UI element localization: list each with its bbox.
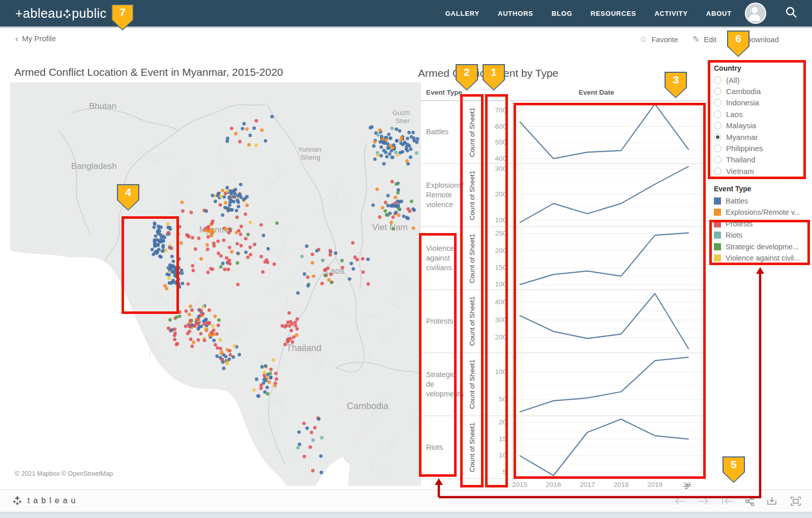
- country-option-malaysia[interactable]: Malaysia: [714, 121, 756, 131]
- event-dot-red: [191, 344, 194, 348]
- event-dot-red: [219, 254, 223, 257]
- country-option-all[interactable]: (All): [714, 75, 740, 85]
- share-icon[interactable]: [744, 495, 756, 507]
- event-dot-blue: [197, 315, 201, 319]
- legend-item-strategicdevelopme[interactable]: Strategic developme...: [714, 242, 799, 252]
- y-tick-label: 250: [486, 229, 506, 237]
- event-dot-blue: [204, 209, 208, 213]
- legend-item-riots[interactable]: Riots: [714, 230, 742, 240]
- event-dot-blue: [397, 204, 400, 207]
- tableau-public-logo[interactable]: +ableau public: [15, 6, 107, 21]
- event-dot-orange: [247, 143, 251, 147]
- radio-icon[interactable]: [714, 167, 721, 175]
- event-dot-red: [238, 140, 242, 143]
- edit-button[interactable]: ✎ Edit: [693, 34, 716, 45]
- avatar[interactable]: [745, 3, 766, 24]
- nav-item-activity[interactable]: ACTIVITY: [654, 10, 688, 17]
- event-dot-red: [219, 347, 222, 350]
- event-dot-blue: [230, 190, 233, 194]
- star-icon: ☆: [640, 34, 647, 45]
- line-series-3: [520, 294, 689, 349]
- event-dot-orange: [224, 201, 227, 205]
- favorite-button[interactable]: ☆ Favorite: [640, 34, 678, 45]
- event-dot-blue: [395, 128, 398, 131]
- legend-item-protests[interactable]: Protests: [714, 219, 753, 229]
- nav-item-resources[interactable]: RESOURCES: [591, 10, 637, 17]
- reset-icon[interactable]: [721, 495, 733, 507]
- event-dot-red: [190, 211, 193, 214]
- line-series-4: [520, 357, 689, 412]
- radio-icon[interactable]: [714, 76, 721, 84]
- country-option-cambodia[interactable]: Cambodia: [714, 86, 761, 96]
- nav-item-authors[interactable]: AUTHORS: [498, 10, 533, 17]
- legend-item-violenceagainstcivil[interactable]: Violence against civil...: [714, 253, 800, 263]
- country-option-indonesia[interactable]: Indonesia: [714, 98, 759, 108]
- event-dot-blue: [303, 272, 306, 276]
- nav-item-blog[interactable]: BLOG: [552, 10, 573, 17]
- event-dot-red: [384, 201, 387, 205]
- event-dot-yellow: [233, 344, 236, 348]
- radio-icon[interactable]: [714, 145, 721, 152]
- radio-icon[interactable]: [714, 122, 721, 129]
- event-dot-yellow: [263, 371, 266, 375]
- event-dot-blue: [317, 417, 321, 421]
- country-option-philippines[interactable]: Philippines: [714, 143, 763, 153]
- radio-icon[interactable]: [714, 88, 721, 95]
- event-dot-red: [255, 119, 258, 123]
- event-dot-red: [214, 343, 217, 347]
- radio-icon[interactable]: [714, 99, 721, 106]
- download-button[interactable]: Download: [734, 34, 779, 45]
- nav-item-gallery[interactable]: GALLERY: [445, 10, 479, 17]
- event-dot-yellow: [272, 358, 275, 362]
- search-icon[interactable]: [785, 6, 798, 21]
- fullscreen-icon[interactable]: [790, 495, 802, 507]
- event-dot-blue: [388, 136, 392, 140]
- event-dot-orange: [205, 328, 208, 331]
- event-dot-red: [187, 282, 190, 286]
- radio-icon[interactable]: [714, 110, 721, 118]
- event-dot-orange: [234, 132, 237, 135]
- event-dot-red: [275, 378, 279, 381]
- conflict-map[interactable]: BhutanGuizhSherYunnanShengBangladeshMyan…: [10, 82, 421, 486]
- event-dot-red: [302, 422, 306, 425]
- event-dot-orange: [212, 230, 215, 234]
- workbook-header-bar: ‹ My Profile ☆ Favorite ✎ Edit Download: [0, 30, 812, 51]
- event-dot-red: [288, 324, 291, 328]
- event-dot-blue: [221, 213, 224, 217]
- country-option-laos[interactable]: Laos: [714, 109, 743, 119]
- country-option-myanmar[interactable]: Myanmar: [714, 132, 758, 142]
- event-dot-red: [193, 324, 197, 328]
- event-dot-red: [190, 308, 194, 312]
- redo-arrow-icon[interactable]: [698, 495, 710, 507]
- y-tick-label: 400: [486, 155, 506, 162]
- event-dot-blue: [160, 240, 163, 243]
- event-dot-red: [184, 325, 188, 328]
- event-dot-red: [207, 308, 211, 312]
- download-toolbar-icon[interactable]: [766, 495, 778, 507]
- legend-item-label: Violence against civil...: [726, 254, 800, 262]
- legend-item-battles[interactable]: Battles: [714, 196, 748, 206]
- radio-icon[interactable]: [714, 156, 721, 163]
- event-dot-red: [328, 253, 332, 256]
- event-dot-red: [206, 235, 210, 239]
- country-option-vietnam[interactable]: Vietnam: [714, 166, 754, 176]
- nav-item-about[interactable]: ABOUT: [706, 10, 732, 17]
- back-to-profile-link[interactable]: ‹ My Profile: [15, 34, 56, 43]
- tableau-footer-logo[interactable]: tableau: [12, 496, 79, 506]
- event-dot-blue: [212, 339, 216, 342]
- event-dot-blue: [405, 216, 409, 219]
- event-dot-blue: [238, 193, 242, 196]
- event-dot-red: [295, 318, 299, 321]
- event-dot-red: [178, 225, 182, 228]
- event-dot-red: [286, 340, 289, 343]
- row-axis-label: Count of Sheet1: [460, 227, 484, 290]
- legend-item-explosionsremotev[interactable]: Explosions/Remote v...: [714, 207, 800, 217]
- event-dot-orange: [389, 144, 393, 148]
- y-tick-label: 100: [486, 216, 506, 224]
- y-tick-label: 100: [486, 368, 506, 376]
- event-dot-red: [227, 268, 230, 271]
- country-option-thailand[interactable]: Thailand: [714, 155, 756, 165]
- undo-arrow-icon[interactable]: [674, 495, 686, 507]
- radio-icon[interactable]: [714, 133, 721, 141]
- event-dot-yellow: [201, 305, 205, 309]
